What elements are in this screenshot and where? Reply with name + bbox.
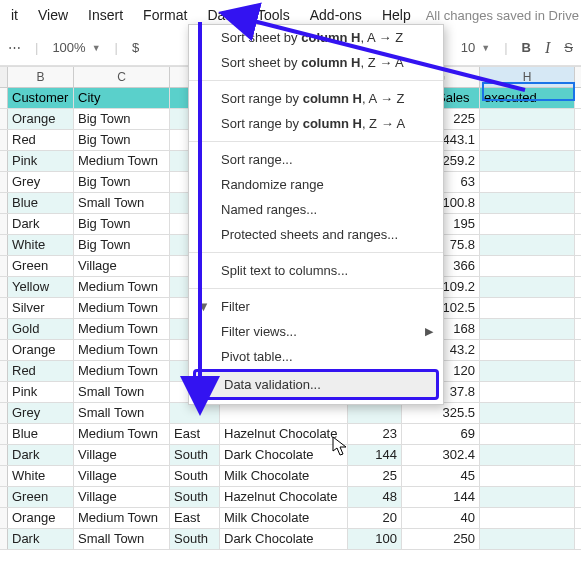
mi-data-validation[interactable]: Data validation...	[193, 369, 439, 400]
mi-split-text[interactable]: Split text to columns...	[189, 258, 443, 283]
cell[interactable]: executed	[480, 88, 575, 108]
cell[interactable]: 302.4	[402, 445, 480, 465]
cell[interactable]	[480, 466, 575, 486]
cell[interactable]: South	[170, 445, 220, 465]
cell[interactable]: Dark	[8, 445, 74, 465]
cell[interactable]: 325.5	[402, 403, 480, 423]
cell[interactable]: Small Town	[74, 529, 170, 549]
col-header-c[interactable]: C	[74, 67, 170, 87]
cell[interactable]: South	[170, 466, 220, 486]
cell[interactable]	[170, 403, 220, 423]
cell[interactable]: Blue	[8, 193, 74, 213]
cell[interactable]: 144	[348, 445, 402, 465]
cell[interactable]	[480, 508, 575, 528]
cell[interactable]: Silver	[8, 298, 74, 318]
cell[interactable]	[480, 109, 575, 129]
cell[interactable]: Village	[74, 445, 170, 465]
mi-sort-sheet-az[interactable]: Sort sheet by column H, A → Z	[189, 25, 443, 50]
cell[interactable]: 69	[402, 424, 480, 444]
cell[interactable]: Village	[74, 256, 170, 276]
cell[interactable]: Big Town	[74, 235, 170, 255]
cell[interactable]	[480, 340, 575, 360]
mi-randomize[interactable]: Randomize range	[189, 172, 443, 197]
cell[interactable]: 20	[348, 508, 402, 528]
cell[interactable]: Medium Town	[74, 508, 170, 528]
cell[interactable]: Dark	[8, 529, 74, 549]
cell[interactable]	[480, 529, 575, 549]
cell[interactable]	[480, 130, 575, 150]
cell[interactable]: East	[170, 508, 220, 528]
mi-pivot[interactable]: Pivot table...	[189, 344, 443, 369]
cell[interactable]	[348, 403, 402, 423]
cell[interactable]	[480, 319, 575, 339]
cell[interactable]: 144	[402, 487, 480, 507]
cell[interactable]	[480, 298, 575, 318]
cell[interactable]: 23	[348, 424, 402, 444]
cell[interactable]	[480, 256, 575, 276]
mi-filter-views[interactable]: Filter views...▶	[189, 319, 443, 344]
cell[interactable]: Hazelnut Chocolate	[220, 487, 348, 507]
cell[interactable]: Village	[74, 466, 170, 486]
cell[interactable]: 100	[348, 529, 402, 549]
cell[interactable]: Big Town	[74, 130, 170, 150]
cell[interactable]: South	[170, 487, 220, 507]
bold-button[interactable]: B	[522, 40, 531, 55]
cell[interactable]: Grey	[8, 403, 74, 423]
menu-tools[interactable]: Tools	[248, 4, 299, 26]
cell[interactable]	[480, 193, 575, 213]
cell[interactable]: 25	[348, 466, 402, 486]
cell[interactable]: Dark	[8, 214, 74, 234]
cell[interactable]: Medium Town	[74, 319, 170, 339]
cell[interactable]	[480, 424, 575, 444]
menu-addons[interactable]: Add-ons	[301, 4, 371, 26]
cell[interactable]: Dark Chocolate	[220, 529, 348, 549]
cell[interactable]: Big Town	[74, 109, 170, 129]
cell[interactable]: Pink	[8, 151, 74, 171]
toolbar-more-icon[interactable]: ⋯	[8, 40, 21, 55]
cell[interactable]	[480, 214, 575, 234]
cell[interactable]: Hazelnut Chocolate	[220, 424, 348, 444]
cell[interactable]: Red	[8, 130, 74, 150]
menu-insert[interactable]: Insert	[79, 4, 132, 26]
cell[interactable]: Medium Town	[74, 151, 170, 171]
cell[interactable]: Small Town	[74, 382, 170, 402]
mi-protected[interactable]: Protected sheets and ranges...	[189, 222, 443, 247]
cell[interactable]: 48	[348, 487, 402, 507]
menu-help[interactable]: Help	[373, 4, 420, 26]
zoom-select[interactable]: 100%▼	[52, 40, 100, 55]
cell[interactable]: Medium Town	[74, 277, 170, 297]
cell[interactable]: Small Town	[74, 403, 170, 423]
cell[interactable]	[480, 487, 575, 507]
cell[interactable]: Big Town	[74, 172, 170, 192]
menu-format[interactable]: Format	[134, 4, 196, 26]
cell[interactable]: Medium Town	[74, 298, 170, 318]
cell[interactable]: 40	[402, 508, 480, 528]
currency-button[interactable]: $	[132, 40, 139, 55]
cell[interactable]: Grey	[8, 172, 74, 192]
cell[interactable]: Orange	[8, 340, 74, 360]
mi-sort-range-az[interactable]: Sort range by column H, A → Z	[189, 86, 443, 111]
cell[interactable]: Green	[8, 256, 74, 276]
cell[interactable]: 45	[402, 466, 480, 486]
cell[interactable]: White	[8, 235, 74, 255]
cell[interactable]: Small Town	[74, 193, 170, 213]
cell[interactable]	[480, 151, 575, 171]
cell[interactable]	[480, 382, 575, 402]
cell[interactable]: Gold	[8, 319, 74, 339]
mi-sort-sheet-za[interactable]: Sort sheet by column H, Z → A	[189, 50, 443, 75]
cell[interactable]: 250	[402, 529, 480, 549]
cell[interactable]	[480, 172, 575, 192]
cell[interactable]: Village	[74, 487, 170, 507]
mi-named-ranges[interactable]: Named ranges...	[189, 197, 443, 222]
menu-edit[interactable]: it	[2, 4, 27, 26]
strike-button[interactable]: S	[564, 40, 573, 55]
cell[interactable]: Red	[8, 361, 74, 381]
cell[interactable]: Milk Chocolate	[220, 508, 348, 528]
cell[interactable]: Medium Town	[74, 424, 170, 444]
mi-sort-range-za[interactable]: Sort range by column H, Z → A	[189, 111, 443, 136]
italic-button[interactable]: I	[545, 39, 550, 57]
cell[interactable]: White	[8, 466, 74, 486]
cell[interactable]: Orange	[8, 109, 74, 129]
cell[interactable]: Dark Chocolate	[220, 445, 348, 465]
col-header-b[interactable]: B	[8, 67, 74, 87]
